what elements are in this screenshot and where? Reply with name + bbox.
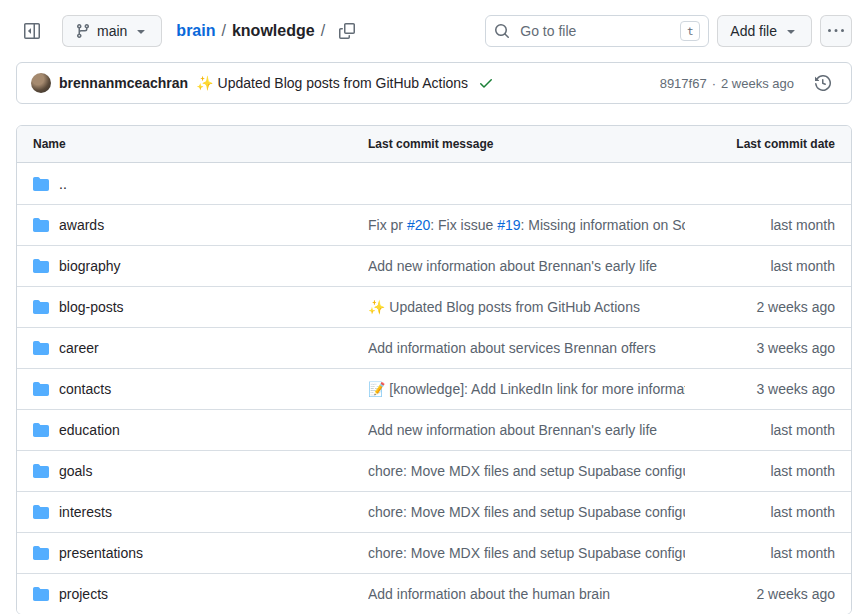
topbar: main brain / knowledge /	[16, 0, 852, 62]
commit-message-text: chore: Move MDX files and setup Supabase…	[368, 463, 685, 479]
folder-icon	[33, 217, 49, 233]
folder-link[interactable]: ..	[59, 176, 67, 192]
search-icon	[494, 23, 510, 39]
commit-message-cell[interactable]: ✨ Updated Blog posts from GitHub Actions	[368, 299, 685, 315]
folder-link[interactable]: career	[59, 340, 99, 356]
name-cell: blog-posts	[33, 299, 368, 315]
folder-link[interactable]: blog-posts	[59, 299, 124, 315]
column-header-last-commit-date: Last commit date	[685, 137, 835, 151]
breadcrumb-separator: /	[315, 22, 331, 40]
table-row: awardsFix pr #20: Fix issue #19: Missing…	[17, 204, 851, 245]
breadcrumb: brain / knowledge /	[176, 19, 359, 43]
commit-author-link[interactable]: brennanmceachran	[59, 75, 188, 91]
commit-message-cell[interactable]: Add new information about Brennan's earl…	[368, 422, 685, 438]
commit-status-check-icon[interactable]	[478, 75, 494, 91]
breadcrumb-current-folder: knowledge	[232, 22, 315, 40]
table-row: careerAdd information about services Bre…	[17, 327, 851, 368]
file-tree-toggle-button[interactable]	[16, 15, 48, 47]
commit-meta: 8917f67 · 2 weeks ago	[660, 69, 837, 97]
commit-meta-separator: ·	[712, 76, 716, 91]
column-header-last-commit-message: Last commit message	[368, 137, 685, 151]
commit-message-text: chore: Move MDX files and setup Supabase…	[368, 545, 685, 561]
copy-icon	[339, 23, 355, 39]
commit-message-text: 📝 [knowledge]: Add LinkedIn link for mor…	[368, 381, 685, 397]
folder-icon	[33, 176, 49, 192]
file-table: Name Last commit message Last commit dat…	[16, 125, 852, 614]
commit-date-cell: last month	[685, 545, 835, 561]
breadcrumb-separator: /	[215, 22, 231, 40]
issue-link[interactable]: #19	[497, 217, 520, 233]
name-cell: awards	[33, 217, 368, 233]
git-branch-icon	[75, 23, 91, 39]
avatar[interactable]	[31, 73, 51, 93]
go-to-file-search[interactable]: t	[485, 15, 709, 47]
commit-message-text: Fix pr	[368, 217, 407, 233]
table-row: ..	[17, 163, 851, 204]
name-cell: career	[33, 340, 368, 356]
name-cell: contacts	[33, 381, 368, 397]
commit-message-cell[interactable]: Add information about the human brain	[368, 586, 685, 602]
table-row: presentationschore: Move MDX files and s…	[17, 532, 851, 573]
commit-date-cell: 3 weeks ago	[685, 381, 835, 397]
repo-file-browser: main brain / knowledge /	[0, 0, 868, 614]
commit-date: 2 weeks ago	[721, 76, 794, 91]
name-cell: biography	[33, 258, 368, 274]
folder-icon	[33, 340, 49, 356]
commit-message-cell[interactable]: Add new information about Brennan's earl…	[368, 258, 685, 274]
table-row: educationAdd new information about Brenn…	[17, 409, 851, 450]
folder-link[interactable]: biography	[59, 258, 121, 274]
name-cell: ..	[33, 176, 368, 192]
commit-message-text: Add information about services Brennan o…	[368, 340, 656, 356]
more-options-button[interactable]	[820, 15, 852, 47]
branch-name: main	[97, 23, 127, 39]
commit-message-text: : Fix issue	[430, 217, 497, 233]
breadcrumb-repo-link[interactable]: brain	[176, 22, 215, 40]
commit-message-cell[interactable]: chore: Move MDX files and setup Supabase…	[368, 504, 685, 520]
name-cell: education	[33, 422, 368, 438]
commit-history-button[interactable]	[809, 69, 837, 97]
copy-path-button[interactable]	[335, 19, 359, 43]
folder-icon	[33, 258, 49, 274]
latest-commit-bar: brennanmceachran ✨ Updated Blog posts fr…	[16, 62, 852, 104]
column-header-name: Name	[33, 137, 368, 151]
commit-message-cell[interactable]: Add information about services Brennan o…	[368, 340, 685, 356]
commit-message-cell[interactable]: 📝 [knowledge]: Add LinkedIn link for mor…	[368, 381, 685, 397]
search-input[interactable]	[518, 22, 672, 40]
commit-message-cell[interactable]: chore: Move MDX files and setup Supabase…	[368, 463, 685, 479]
add-file-label: Add file	[730, 23, 777, 39]
folder-link[interactable]: contacts	[59, 381, 111, 397]
commit-date-cell: last month	[685, 422, 835, 438]
name-cell: goals	[33, 463, 368, 479]
commit-date-cell: 2 weeks ago	[685, 586, 835, 602]
commit-message-text: chore: Move MDX files and setup Supabase…	[368, 504, 685, 520]
commit-message-text: Add new information about Brennan's earl…	[368, 258, 657, 274]
commit-sha-link[interactable]: 8917f67	[660, 76, 707, 91]
folder-link[interactable]: awards	[59, 217, 104, 233]
branch-selector[interactable]: main	[62, 15, 162, 47]
commit-message-text: : Missing information on Soa…	[521, 217, 685, 233]
commit-date-cell: 3 weeks ago	[685, 340, 835, 356]
name-cell: projects	[33, 586, 368, 602]
folder-icon	[33, 299, 49, 315]
commit-message-cell[interactable]: chore: Move MDX files and setup Supabase…	[368, 545, 685, 561]
name-cell: presentations	[33, 545, 368, 561]
folder-icon	[33, 463, 49, 479]
commit-message-cell[interactable]: Fix pr #20: Fix issue #19: Missing infor…	[368, 217, 685, 233]
folder-link[interactable]: goals	[59, 463, 92, 479]
name-cell: interests	[33, 504, 368, 520]
commit-message-text: Add information about the human brain	[368, 586, 610, 602]
search-shortcut-key: t	[680, 21, 700, 41]
folder-link[interactable]: presentations	[59, 545, 143, 561]
add-file-button[interactable]: Add file	[717, 15, 812, 47]
folder-link[interactable]: interests	[59, 504, 112, 520]
history-icon	[815, 75, 831, 91]
table-row: contacts📝 [knowledge]: Add LinkedIn link…	[17, 368, 851, 409]
commit-date-cell: last month	[685, 504, 835, 520]
commit-date-cell: last month	[685, 463, 835, 479]
chevron-down-icon	[783, 23, 799, 39]
commit-message-link[interactable]: ✨ Updated Blog posts from GitHub Actions	[196, 75, 468, 91]
folder-link[interactable]: projects	[59, 586, 108, 602]
issue-link[interactable]: #20	[407, 217, 430, 233]
folder-link[interactable]: education	[59, 422, 120, 438]
table-row: interestschore: Move MDX files and setup…	[17, 491, 851, 532]
